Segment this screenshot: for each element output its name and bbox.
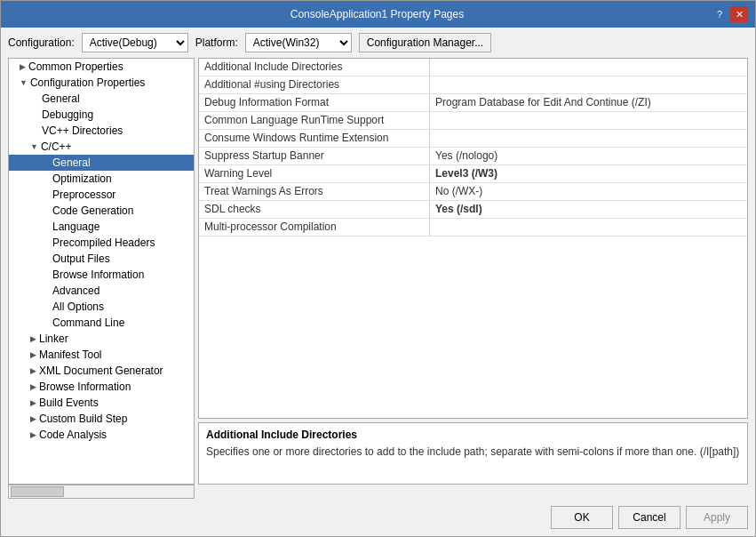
expand-icon-code-analysis: ▶ [30, 430, 36, 439]
platform-select[interactable]: Active(Win32) [245, 33, 352, 52]
tree-item-label-precompiled-headers: Precompiled Headers [52, 236, 155, 249]
properties-table: Additional Include DirectoriesAdditional… [198, 58, 748, 419]
dialog: ConsoleApplication1 Property Pages ? ✕ C… [0, 0, 756, 537]
prop-value-9 [430, 219, 747, 236]
tree-item-browse-information-2[interactable]: ▶Browse Information [9, 379, 194, 395]
title-bar-buttons: ? ✕ [711, 6, 748, 22]
tree-item-label-code-generation: Code Generation [52, 204, 133, 217]
tree-item-preprocessor[interactable]: Preprocessor [9, 187, 194, 203]
tree-item-browse-information[interactable]: Browse Information [9, 267, 194, 283]
prop-name-9: Multi-processor Compilation [199, 219, 430, 236]
expand-icon-manifest-tool: ▶ [30, 350, 36, 359]
prop-value-5: Yes (/nologo) [430, 148, 747, 164]
prop-row-5[interactable]: Suppress Startup BannerYes (/nologo) [199, 148, 747, 165]
tree-item-label-preprocessor: Preprocessor [52, 188, 115, 201]
prop-row-1[interactable]: Additional #using Directories [199, 76, 747, 94]
help-button[interactable]: ? [711, 6, 728, 22]
prop-value-7: No (/WX-) [430, 183, 747, 200]
tree-item-xml-document-generator[interactable]: ▶XML Document Generator [9, 363, 194, 379]
cancel-button[interactable]: Cancel [618, 506, 680, 529]
tree-item-advanced[interactable]: Advanced [9, 283, 194, 299]
tree-item-command-line[interactable]: Command Line [9, 315, 194, 331]
prop-row-7[interactable]: Treat Warnings As ErrorsNo (/WX-) [199, 183, 747, 201]
prop-row-9[interactable]: Multi-processor Compilation [199, 219, 747, 236]
tree-item-label-advanced: Advanced [52, 285, 99, 297]
tree-item-label-configuration-properties: Configuration Properties [30, 76, 145, 89]
scrollbar-thumb [11, 486, 64, 497]
tree-item-label-debugging: Debugging [42, 108, 93, 121]
tree-item-custom-build-step[interactable]: ▶Custom Build Step [9, 411, 194, 427]
tree-item-label-language: Language [52, 220, 99, 233]
tree-item-code-generation[interactable]: Code Generation [9, 203, 194, 219]
prop-row-6[interactable]: Warning LevelLevel3 (/W3) [199, 165, 747, 183]
tree-item-linker[interactable]: ▶Linker [9, 331, 194, 347]
config-select[interactable]: Active(Debug) [82, 33, 188, 52]
tree-item-build-events[interactable]: ▶Build Events [9, 395, 194, 411]
tree-item-label-optimization: Optimization [52, 172, 112, 185]
scrollbar-area [1, 485, 755, 499]
prop-value-0 [430, 59, 747, 76]
prop-name-1: Additional #using Directories [199, 76, 430, 93]
tree-item-manifest-tool[interactable]: ▶Manifest Tool [9, 347, 194, 363]
tree-item-label-cpp-general: General [52, 156, 91, 169]
close-button[interactable]: ✕ [730, 6, 748, 22]
prop-value-3 [430, 112, 747, 129]
tree-item-label-custom-build-step: Custom Build Step [39, 413, 127, 425]
prop-name-7: Treat Warnings As Errors [199, 183, 430, 200]
prop-name-0: Additional Include Directories [199, 59, 430, 76]
tree-item-optimization[interactable]: Optimization [9, 171, 194, 187]
tree-item-label-cpp: C/C++ [41, 140, 72, 153]
tree-item-debugging[interactable]: Debugging [9, 107, 194, 123]
horizontal-scrollbar[interactable] [8, 485, 195, 499]
prop-name-8: SDL checks [199, 201, 430, 218]
prop-name-3: Common Language RunTime Support [199, 112, 430, 129]
title-bar: ConsoleApplication1 Property Pages ? ✕ [1, 1, 755, 28]
tree-item-label-common-properties: Common Properties [28, 60, 123, 73]
prop-name-4: Consume Windows Runtime Extension [199, 130, 430, 147]
tree-item-all-options[interactable]: All Options [9, 299, 194, 315]
tree-item-general[interactable]: General [9, 91, 194, 107]
tree-item-precompiled-headers[interactable]: Precompiled Headers [9, 235, 194, 251]
tree-item-configuration-properties[interactable]: ▼Configuration Properties [9, 75, 194, 91]
expand-icon-build-events: ▶ [30, 398, 36, 407]
prop-row-4[interactable]: Consume Windows Runtime Extension [199, 130, 747, 148]
tree-item-output-files[interactable]: Output Files [9, 251, 194, 267]
prop-value-1 [430, 76, 747, 93]
expand-icon-browse-information-2: ▶ [30, 382, 36, 391]
apply-button[interactable]: Apply [686, 506, 748, 529]
tree-item-cpp[interactable]: ▼C/C++ [9, 139, 194, 155]
description-panel: Additional Include Directories Specifies… [198, 422, 748, 485]
description-text: Specifies one or more directories to add… [206, 445, 740, 460]
prop-value-8: Yes (/sdl) [430, 201, 747, 218]
prop-row-8[interactable]: SDL checksYes (/sdl) [199, 201, 747, 219]
prop-value-4 [430, 130, 747, 147]
description-title: Additional Include Directories [206, 429, 740, 441]
tree-item-label-command-line: Command Line [52, 317, 124, 329]
prop-value-6: Level3 (/W3) [430, 165, 747, 182]
tree-item-label-xml-document-generator: XML Document Generator [39, 365, 163, 377]
bottom-bar: OK Cancel Apply [1, 499, 755, 536]
expand-icon-configuration-properties: ▼ [20, 78, 28, 87]
expand-icon-linker: ▶ [30, 334, 36, 343]
tree-panel: ▶Common Properties▼Configuration Propert… [8, 58, 195, 485]
prop-row-0[interactable]: Additional Include Directories [199, 59, 747, 76]
main-content: ▶Common Properties▼Configuration Propert… [1, 58, 755, 485]
tree-item-language[interactable]: Language [9, 219, 194, 235]
platform-label: Platform: [195, 36, 238, 49]
config-manager-button[interactable]: Configuration Manager... [359, 33, 491, 52]
tree-item-label-vc-directories: VC++ Directories [42, 124, 123, 137]
expand-icon-common-properties: ▶ [20, 62, 26, 71]
tree-item-common-properties[interactable]: ▶Common Properties [9, 59, 194, 75]
tree-item-cpp-general[interactable]: General [9, 155, 194, 171]
tree-item-code-analysis[interactable]: ▶Code Analysis [9, 427, 194, 443]
config-label: Configuration: [8, 36, 75, 49]
prop-name-2: Debug Information Format [199, 94, 430, 111]
tree-item-vc-directories[interactable]: VC++ Directories [9, 123, 194, 139]
ok-button[interactable]: OK [551, 506, 613, 529]
tree-item-label-manifest-tool: Manifest Tool [39, 349, 101, 361]
prop-name-6: Warning Level [199, 165, 430, 182]
tree-item-label-build-events: Build Events [39, 397, 99, 409]
tree-item-label-general: General [42, 92, 80, 105]
prop-row-2[interactable]: Debug Information FormatProgram Database… [199, 94, 747, 112]
prop-row-3[interactable]: Common Language RunTime Support [199, 112, 747, 130]
